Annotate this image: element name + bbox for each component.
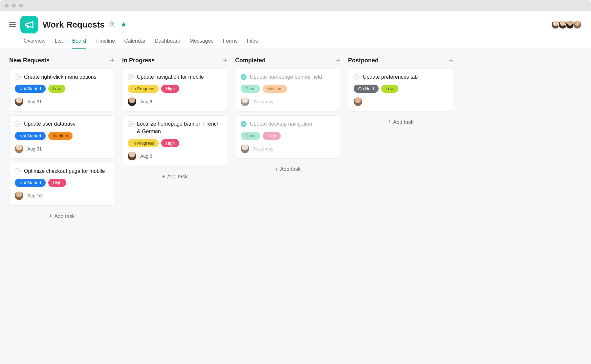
add-task-button[interactable]: +Add task [235,163,340,176]
column-title[interactable]: In Progress [122,57,155,64]
column: In Progress+Update navigation for mobile… [122,57,227,183]
tag[interactable]: Low [381,85,398,93]
board: New Requests+Create right-click menu opt… [0,49,591,231]
megaphone-icon [24,20,34,30]
tag[interactable]: Done [241,85,260,93]
tag[interactable]: In Progress [128,139,159,147]
member-avatars[interactable] [553,20,582,29]
tag-row: Not StartedHigh [15,179,109,187]
tag[interactable]: Not Started [15,179,46,187]
due-date: Sep 10 [27,193,42,198]
assignee-avatar[interactable] [354,97,362,106]
tab-overview[interactable]: Overview [24,38,46,49]
add-card-icon[interactable]: + [336,57,340,64]
tab-list[interactable]: List [55,38,63,49]
tag[interactable]: Low [48,85,65,93]
info-icon[interactable] [109,21,116,28]
add-card-icon[interactable]: + [110,57,114,64]
assignee-avatar[interactable] [128,152,136,160]
project-title[interactable]: Work Requests [43,20,105,30]
column: New Requests+Create right-click menu opt… [9,57,114,223]
tab-forms[interactable]: Forms [223,38,237,49]
task-card[interactable]: Localize homepage banner: French & Germa… [122,115,227,166]
tag[interactable]: Done [241,132,260,140]
assignee-avatar[interactable] [241,97,249,106]
tab-dashboard[interactable]: Dashboard [155,38,180,49]
column: Completed+Update homepage banner fieldDo… [235,57,340,176]
tag-row: In ProgressHigh [128,139,222,147]
assignee-avatar[interactable] [15,145,23,153]
card-title: Update desktop navigation [250,120,312,128]
task-card[interactable]: Optimize checkout page for mobileNot Sta… [9,163,114,206]
tab-board[interactable]: Board [72,38,86,49]
due-date: Aug 31 [27,99,42,104]
card-title-row: Localize homepage banner: French & Germa… [128,120,222,135]
task-card[interactable]: Update navigation for mobileIn ProgressH… [122,69,227,111]
tag[interactable]: Medium [263,85,287,93]
tag[interactable]: High [263,132,281,140]
card-title: Create right-click menu options [24,73,97,81]
tag[interactable]: High [48,179,66,187]
check-circle-icon[interactable] [15,168,21,174]
add-task-label: Add task [280,166,300,172]
tag[interactable]: Not Started [15,132,46,140]
column-title[interactable]: Completed [235,57,266,64]
assignee-avatar[interactable] [15,97,23,106]
check-circle-icon[interactable] [128,121,134,127]
menu-icon[interactable] [9,22,16,27]
check-circle-icon[interactable] [354,74,360,80]
card-footer: Aug 6 [128,152,222,160]
assignee-avatar[interactable] [15,192,23,200]
tag[interactable]: In Progress [128,85,159,93]
project-icon[interactable] [20,16,38,33]
tab-messages[interactable]: Messages [189,38,213,49]
tag[interactable]: Medium [48,132,73,140]
check-circle-icon[interactable] [241,74,247,80]
card-title-row: Update preferences tab [354,73,448,81]
member-avatar[interactable] [573,20,582,29]
add-task-label: Add task [393,119,413,125]
check-circle-icon[interactable] [15,74,21,80]
task-card[interactable]: Update homepage banner fieldDoneMediumYe… [235,69,340,111]
card-title-row: Create right-click menu options [15,73,109,81]
card-title-row: Update user database [15,120,109,128]
header-right [553,20,582,29]
star-icon[interactable] [120,21,127,28]
add-task-button[interactable]: +Add task [348,115,453,129]
column-header: New Requests+ [9,57,114,64]
add-card-icon[interactable]: + [449,57,453,64]
tag-row: Not StartedMedium [15,132,109,140]
svg-point-2 [112,23,113,24]
column: Postponed+Update preferences tabOn HoldL… [348,57,453,129]
card-title: Update navigation for mobile [137,73,204,81]
tab-timeline[interactable]: Timeline [95,38,115,49]
window-dot [5,4,9,8]
plus-icon: + [275,166,278,173]
check-circle-icon[interactable] [15,121,21,127]
plus-icon: + [49,213,53,220]
tag[interactable]: Not Started [15,85,46,93]
tab-files[interactable]: Files [247,38,258,49]
tag[interactable]: On Hold [354,85,379,93]
add-task-button[interactable]: +Add task [9,210,114,223]
add-card-icon[interactable]: + [223,57,227,64]
header-top: Work Requests [9,16,582,33]
window-chrome [0,0,591,11]
check-circle-icon[interactable] [128,74,134,80]
tabs: OverviewListBoardTimelineCalendarDashboa… [9,38,582,49]
tag[interactable]: High [161,85,179,93]
task-card[interactable]: Update user databaseNot StartedMediumAug… [9,115,114,158]
tag-row: On HoldLow [354,85,448,93]
check-circle-icon[interactable] [241,121,247,127]
task-card[interactable]: Create right-click menu optionsNot Start… [9,69,114,111]
add-task-button[interactable]: +Add task [122,170,227,183]
assignee-avatar[interactable] [241,145,249,153]
tab-calendar[interactable]: Calendar [124,38,145,49]
tag[interactable]: High [161,139,179,147]
task-card[interactable]: Update preferences tabOn HoldLow [348,69,453,111]
column-title[interactable]: New Requests [9,57,50,64]
header: Work Requests OverviewListBoardTimelineC… [0,11,591,49]
column-title[interactable]: Postponed [348,57,379,64]
assignee-avatar[interactable] [128,97,136,106]
task-card[interactable]: Update desktop navigationDoneHighYesterd… [235,115,340,158]
